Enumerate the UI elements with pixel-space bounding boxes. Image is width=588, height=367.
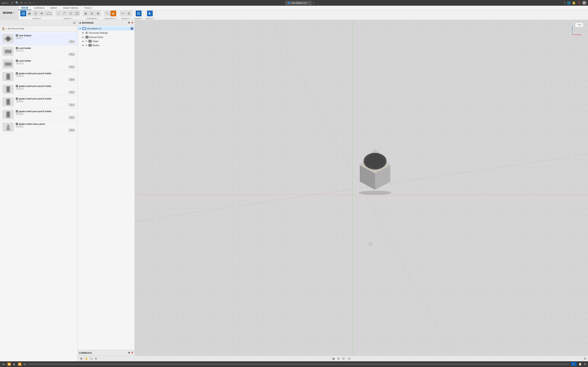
pan-icon[interactable]: ✋ — [84, 357, 88, 361]
tab-surface[interactable]: SURFACE — [31, 6, 48, 10]
hole-icon[interactable] — [39, 11, 44, 16]
settings-gear-icon[interactable]: ⚙ — [584, 357, 586, 360]
drive-icon[interactable]: ⚙ — [95, 11, 101, 16]
tree-item-origin[interactable]: ▶ 👁 Origin — [78, 39, 135, 43]
modify-label[interactable]: MODIFY ▾ — [64, 17, 72, 20]
tree-pin-icon[interactable]: 📌 — [130, 27, 133, 30]
tl-timeline-icon[interactable]: 📋 — [578, 362, 582, 367]
canvas-area[interactable]: TOP Z X — [135, 20, 588, 356]
tree-expand-doc-settings[interactable]: ▶ — [82, 31, 85, 34]
tree-item-named-views[interactable]: ▶ Named Views — [78, 35, 135, 39]
tl-play-button[interactable]: ▶ — [12, 362, 16, 366]
globe-icon[interactable]: 🌐 — [567, 1, 571, 4]
list-item[interactable]: giada trudel pen/ pencil holder 10/27/21… — [0, 70, 77, 83]
list-item[interactable]: giada trudel pen/ pencil holder 10/25/21… — [0, 83, 77, 96]
avatar[interactable]: GT — [582, 1, 586, 5]
rigid-group-icon[interactable]: ⊡ — [89, 11, 95, 16]
eye-icon-origin[interactable]: 👁 — [85, 40, 87, 42]
insert-special-icon[interactable] — [136, 11, 141, 16]
search-icon[interactable]: 🔍 — [15, 1, 19, 4]
refresh-icon[interactable]: ↺ — [11, 1, 14, 4]
app-dropdown-icon[interactable]: ▾ — [7, 2, 8, 4]
construct-special-icon[interactable] — [111, 11, 116, 16]
version-badge[interactable]: V1 ▾ — [69, 91, 75, 94]
tree-expand-origin[interactable]: ▶ — [82, 40, 85, 43]
tab-mesh[interactable]: MESH — [48, 6, 60, 10]
tl-skip-start-button[interactable]: ⏮ — [2, 362, 6, 366]
revolve-icon[interactable] — [33, 11, 38, 16]
joint-icon[interactable]: ⊞ — [83, 11, 89, 16]
more-icon[interactable]: ⋯ — [33, 1, 35, 4]
eye-icon-bodies[interactable]: 👁 — [85, 44, 87, 47]
zoom-extent-icon[interactable]: 🔍 — [89, 357, 93, 361]
tree-expand-named-views[interactable]: ▶ — [82, 36, 85, 39]
version-badge[interactable]: V1 ▾ — [69, 40, 75, 43]
list-item[interactable]: card holder 10/27/21 V1 ▾ — [0, 58, 77, 70]
inspect-label[interactable]: INSPECT ▾ — [121, 17, 130, 20]
tree-item-doc-settings[interactable]: ▶ ⚙ Document Settings — [78, 31, 135, 35]
version-badge[interactable]: V1 ▾ — [69, 66, 75, 68]
chamfer-icon[interactable] — [68, 11, 74, 16]
list-item[interactable]: giada trudel pen/ pencil holder 10/20/21… — [0, 96, 77, 108]
timeline-track[interactable] — [28, 364, 570, 365]
comments-pin-icon[interactable]: 📌 — [131, 351, 133, 354]
left-panel-settings-icon[interactable]: ⚙ — [73, 21, 76, 25]
tree-item-bodies[interactable]: ▶ 👁 Bodies — [78, 43, 135, 47]
tl-settings-icon[interactable]: ⚙ — [584, 363, 586, 366]
tl-skip-end-button[interactable]: ⏭ — [23, 362, 27, 366]
list-item[interactable]: new feature 1/12/22 V1 ▾ — [0, 33, 77, 45]
version-badge[interactable]: V1 ▾ — [69, 53, 75, 56]
press-pull-icon[interactable]: ↕ — [56, 11, 61, 16]
browser-settings-icon[interactable]: ⚙ — [128, 21, 130, 24]
home-icon[interactable]: 🏠 — [2, 27, 5, 30]
insert-label[interactable]: INSERT ▾ — [135, 17, 143, 20]
main-tab[interactable]: 🔷 new feature v1* × — [285, 1, 312, 5]
zoom-in-icon[interactable]: ⊕ — [94, 357, 98, 361]
help-circle-icon[interactable]: ? — [564, 1, 565, 4]
design-button[interactable]: DESIGN ▾ — [0, 6, 18, 20]
measure-icon[interactable] — [120, 11, 126, 16]
environment-icon[interactable]: ⊟ — [341, 357, 346, 361]
select-icon[interactable] — [147, 11, 153, 16]
create-label[interactable]: CREATE ▾ — [32, 17, 41, 20]
undo-icon[interactable]: ↩ — [25, 1, 27, 4]
version-badge[interactable]: V4 ▾ — [69, 129, 75, 132]
visual-style-icon[interactable]: ⊞ — [337, 357, 341, 361]
bell-icon[interactable]: 🔔 — [572, 1, 576, 4]
grid-visibility-icon[interactable]: ⊟ — [347, 357, 351, 361]
tab-sheet-metal[interactable]: SHEET METAL — [60, 6, 81, 10]
new-component-icon[interactable] — [20, 11, 26, 16]
version-badge[interactable]: V2 ▾ — [69, 78, 75, 81]
assemble-label[interactable]: ASSEMBLE ▾ — [86, 17, 98, 20]
list-item[interactable]: giada trudel chess piece 10/13/21 V4 ▾ — [0, 121, 77, 133]
tl-camera-icon[interactable]: 📷 — [571, 362, 576, 366]
select-label[interactable]: SELECT ▾ — [146, 17, 154, 20]
tree-expand-root[interactable]: ▼ — [79, 27, 82, 30]
version-badge[interactable]: V1 ▾ — [69, 103, 75, 106]
list-item[interactable]: card holder 10/27/21 V1 ▾ — [0, 45, 77, 58]
extrude-icon[interactable] — [26, 11, 32, 16]
tab-close-icon[interactable]: × — [308, 2, 309, 4]
tree-item-root[interactable]: ▼ 📄 new feature v1 📌 — [78, 26, 135, 31]
browser-collapse-icon[interactable]: ◀ — [79, 21, 81, 24]
tab-solid[interactable]: SOLID — [18, 6, 31, 10]
offset-plane-icon[interactable] — [104, 11, 110, 16]
redo-icon[interactable]: ↪ — [29, 1, 31, 4]
fillet-icon[interactable] — [62, 11, 68, 16]
close-icon[interactable]: ✕ — [20, 1, 23, 4]
version-badge[interactable]: V1 ▾ — [69, 116, 75, 119]
help-icon[interactable]: ❓ — [577, 1, 581, 4]
tl-next-button[interactable]: ⏩ — [17, 362, 22, 366]
list-item[interactable]: giada trudel pen/ pencil holder 10/20/21… — [0, 108, 77, 121]
loft-icon[interactable] — [45, 11, 53, 16]
display-mode-icon[interactable]: ▦ — [332, 357, 336, 361]
tab-tools[interactable]: TOOLS — [81, 6, 95, 10]
shell-icon[interactable] — [74, 11, 80, 16]
section-analysis-icon[interactable]: ⊘ — [126, 11, 132, 16]
comments-settings-icon[interactable]: ⚙ — [128, 351, 130, 354]
browser-pin-icon[interactable]: 📌 — [131, 22, 133, 24]
add-tab-button[interactable]: + — [312, 1, 314, 5]
tree-expand-bodies[interactable]: ▶ — [82, 44, 85, 47]
tl-prev-button[interactable]: ⏪ — [7, 362, 11, 366]
grid-snap-icon[interactable] — [79, 357, 83, 361]
